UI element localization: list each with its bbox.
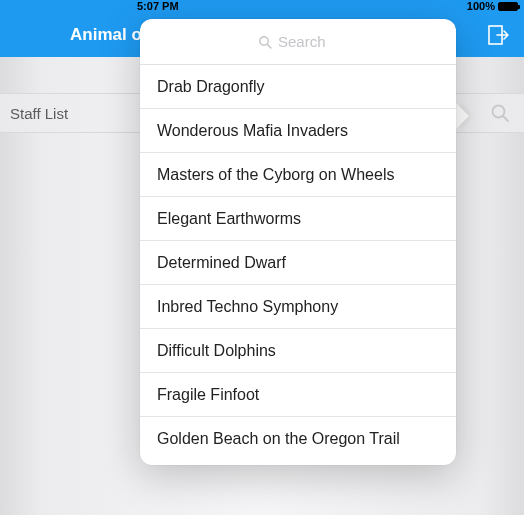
status-time: 5:07 PM	[137, 0, 179, 12]
list-item[interactable]: Drab Dragonfly	[140, 65, 456, 109]
list-item[interactable]: Wonderous Mafia Invaders	[140, 109, 456, 153]
exit-button[interactable]	[488, 25, 510, 45]
svg-line-2	[503, 116, 508, 121]
battery-icon	[498, 2, 518, 11]
list-item[interactable]: Determined Dwarf	[140, 241, 456, 285]
list-item[interactable]: Golden Beach on the Oregon Trail	[140, 417, 456, 461]
list-item[interactable]: Inbred Techno Symphony	[140, 285, 456, 329]
search-icon	[258, 35, 272, 49]
section-search-button[interactable]	[490, 103, 510, 123]
search-field-wrap[interactable]	[140, 19, 456, 65]
search-input[interactable]	[278, 33, 338, 50]
dropdown-list[interactable]: Drab Dragonfly Wonderous Mafia Invaders …	[140, 65, 456, 465]
exit-icon	[488, 25, 510, 45]
battery-percent: 100%	[467, 0, 495, 12]
app-root: 5:07 PM 100% Animal or Staff List	[0, 0, 524, 515]
popover-arrow	[456, 103, 469, 129]
list-item[interactable]: Fragile Finfoot	[140, 373, 456, 417]
nav-title: Animal or	[0, 25, 148, 45]
list-item[interactable]: Masters of the Cyborg on Wheels	[140, 153, 456, 197]
dropdown-popover: Drab Dragonfly Wonderous Mafia Invaders …	[140, 19, 456, 465]
list-item[interactable]: Difficult Dolphins	[140, 329, 456, 373]
list-item[interactable]: Elegant Earthworms	[140, 197, 456, 241]
svg-line-4	[267, 44, 271, 48]
status-bar: 5:07 PM 100%	[0, 0, 524, 13]
search-icon	[490, 103, 510, 123]
status-right: 100%	[467, 0, 518, 12]
section-label: Staff List	[10, 105, 68, 122]
